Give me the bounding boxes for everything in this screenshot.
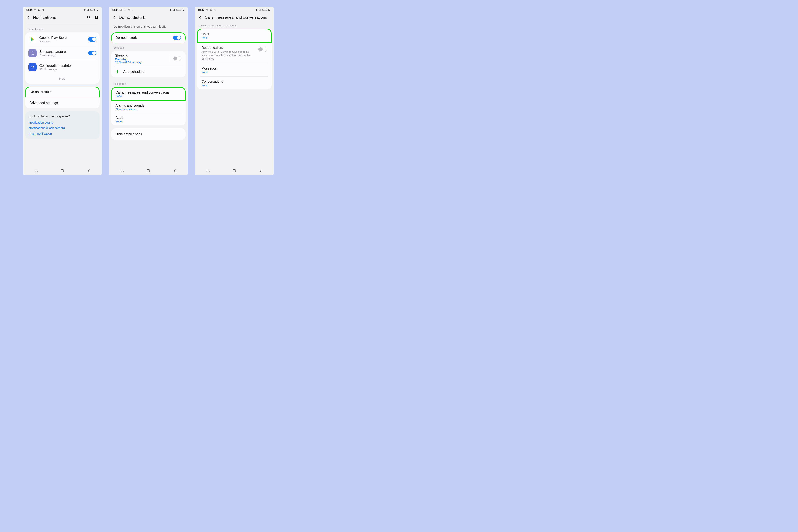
calls-messages-row[interactable]: Calls, messages, and conversations None: [111, 87, 186, 101]
sleeping-toggle[interactable]: [173, 56, 182, 61]
app-toggle[interactable]: [88, 37, 96, 41]
battery-icon: [96, 8, 99, 12]
header: Calls, messages, and conversations: [195, 13, 273, 22]
home-button[interactable]: [60, 169, 65, 173]
svg-rect-39: [233, 170, 235, 172]
navbar: [23, 167, 102, 175]
statusbar: 16:42 ▢ ◉ M • 66%: [23, 7, 102, 13]
allow-exceptions-label: Allow Do not disturb exceptions: [195, 22, 273, 28]
back-nav-button[interactable]: [172, 169, 177, 173]
repeat-callers-toggle[interactable]: [259, 47, 267, 52]
exceptions-label: Exceptions: [109, 80, 188, 87]
more-button[interactable]: More: [25, 74, 100, 84]
dnd-toggle[interactable]: [173, 36, 181, 40]
phone-calls-messages: 16:44 ▢ ⊖ △ • 66% Calls, messages, and c…: [195, 7, 273, 175]
svg-point-8: [31, 52, 34, 55]
schedule-label: Schedule: [109, 43, 188, 51]
messages-row[interactable]: Messages None: [197, 63, 271, 77]
status-time: 16:43: [112, 8, 119, 12]
more-icon: •: [131, 8, 134, 12]
app-time: 33 minutes ago: [39, 68, 96, 71]
looking-title: Looking for something else?: [29, 115, 96, 118]
svg-point-12: [33, 67, 34, 68]
alarms-sounds-row[interactable]: Alarms and sounds Alarms and media: [111, 101, 186, 113]
back-button[interactable]: [198, 15, 203, 20]
header: Do not disturb: [109, 13, 188, 23]
app-row-config-update[interactable]: Configuration update 33 minutes ago: [25, 60, 100, 74]
dnd-indicator-icon: ⊖: [209, 8, 212, 12]
app-time: 2 minutes ago: [39, 54, 85, 57]
hide-notifications-row[interactable]: Hide notifications: [111, 128, 186, 140]
picture-icon: ▢: [34, 8, 36, 12]
page-title: Notifications: [33, 15, 84, 20]
dnd-toggle-row[interactable]: Do not disturb: [111, 32, 186, 43]
status-time: 16:42: [26, 8, 33, 12]
config-update-icon: [28, 63, 37, 71]
link-notification-sound[interactable]: Notification sound: [29, 121, 96, 124]
mail-icon: M: [41, 8, 44, 12]
home-button[interactable]: [146, 169, 151, 173]
signal-icon: [173, 8, 175, 12]
recents-button[interactable]: [206, 169, 210, 173]
back-nav-button[interactable]: [258, 169, 263, 173]
svg-point-7: [96, 16, 97, 17]
svg-rect-32: [269, 10, 270, 11]
svg-rect-2: [97, 10, 98, 11]
cloud-icon: △: [124, 8, 126, 12]
app-row-samsung-capture[interactable]: Samsung capture 2 minutes ago: [25, 46, 100, 60]
more-icon: •: [217, 8, 220, 12]
scroll-indicator: [27, 23, 98, 24]
phone-notifications: 16:42 ▢ ◉ M • 66% Notifications: [23, 7, 102, 175]
link-flash[interactable]: Flash notification: [29, 132, 96, 135]
svg-rect-31: [269, 8, 270, 9]
page-title: Calls, messages, and conversations: [205, 15, 271, 20]
back-button[interactable]: [112, 15, 117, 20]
svg-rect-22: [183, 10, 184, 11]
link-lock-screen[interactable]: Notifications (Lock screen): [29, 126, 96, 130]
app-name: Google Play Store: [39, 36, 85, 40]
looking-card: Looking for something else? Notification…: [25, 111, 100, 139]
svg-point-10: [33, 66, 34, 67]
battery-icon: [182, 8, 185, 12]
back-nav-button[interactable]: [86, 169, 91, 173]
phone-dnd: 16:43 ⊖ △ ▢ • 66% Do not disturb Do not …: [109, 7, 188, 175]
app-row-play-store[interactable]: Google Play Store Just now: [25, 32, 100, 46]
app-toggle[interactable]: [88, 51, 96, 55]
status-battery: 66%: [262, 8, 267, 12]
recently-sent-label: Recently sent: [23, 25, 102, 32]
home-button[interactable]: [232, 169, 236, 173]
wifi-icon: [255, 8, 258, 12]
status-time: 16:44: [198, 8, 205, 12]
svg-line-4: [89, 18, 90, 19]
account-icon: ◉: [37, 8, 40, 12]
samsung-capture-icon: [28, 49, 37, 57]
search-icon[interactable]: [87, 15, 91, 20]
battery-icon: [268, 8, 271, 12]
add-schedule-row[interactable]: Add schedule: [111, 66, 186, 77]
repeat-callers-row[interactable]: Repeat callers Allow calls when they're …: [197, 43, 271, 63]
more-icon: •: [45, 8, 48, 12]
recents-button[interactable]: [34, 169, 38, 173]
do-not-disturb-row[interactable]: Do not disturb: [25, 87, 100, 97]
advanced-settings-row[interactable]: Advanced settings: [25, 97, 100, 108]
wifi-icon: [169, 8, 172, 12]
status-battery: 66%: [176, 8, 181, 12]
svg-rect-19: [61, 170, 64, 172]
status-battery: 66%: [90, 8, 95, 12]
apps-exceptions-row[interactable]: Apps None: [111, 113, 186, 126]
calls-row[interactable]: Calls None: [197, 28, 271, 42]
page-title: Do not disturb: [119, 15, 185, 20]
recents-button[interactable]: [120, 169, 125, 173]
info-icon[interactable]: [94, 15, 99, 20]
sleeping-schedule-row[interactable]: Sleeping Every day 22:00 ~ 07:00 next da…: [111, 51, 186, 66]
header: Notifications: [23, 13, 102, 23]
back-button[interactable]: [26, 15, 31, 20]
wifi-icon: [83, 8, 86, 12]
picture-icon: ▢: [205, 8, 208, 12]
svg-point-9: [31, 66, 32, 67]
cloud-icon: △: [213, 8, 216, 12]
conversations-row[interactable]: Conversations None: [197, 77, 271, 90]
signal-icon: [87, 8, 90, 12]
statusbar: 16:44 ▢ ⊖ △ • 66%: [195, 7, 273, 13]
hide-notifications-card: Hide notifications: [111, 128, 186, 140]
